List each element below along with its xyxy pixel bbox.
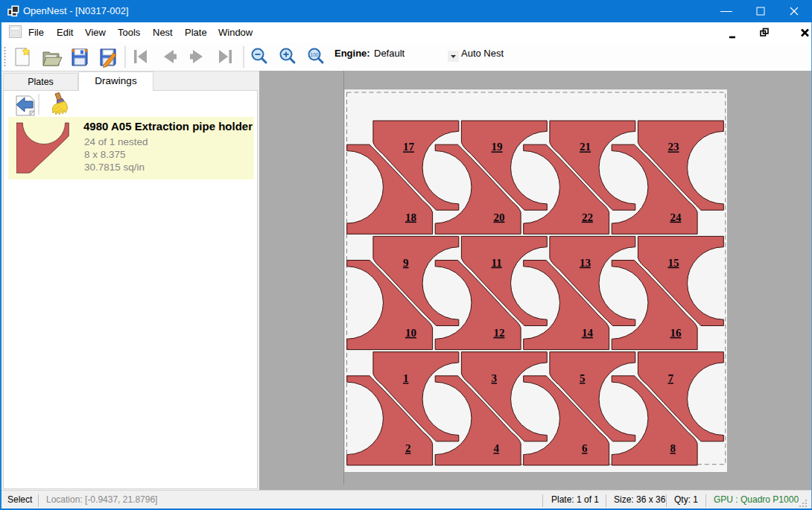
svg-text:20: 20 (493, 211, 504, 223)
svg-text:7: 7 (668, 372, 674, 384)
svg-text:Default: Default (374, 48, 405, 59)
svg-text:18: 18 (405, 211, 416, 223)
svg-text:19: 19 (492, 141, 503, 153)
svg-text:11: 11 (492, 257, 502, 269)
svg-text:21: 21 (580, 141, 591, 153)
svg-text:12: 12 (493, 327, 504, 339)
svg-text:3: 3 (492, 372, 498, 384)
svg-text:6: 6 (582, 442, 588, 454)
svg-text:2: 2 (405, 442, 411, 454)
svg-text:Auto Nest: Auto Nest (461, 48, 504, 59)
svg-text:9: 9 (403, 257, 409, 269)
svg-text:5: 5 (580, 372, 586, 384)
svg-text:13: 13 (580, 257, 591, 269)
svg-text:16: 16 (670, 327, 682, 339)
svg-text:Engine:: Engine: (334, 48, 370, 59)
svg-text:14: 14 (582, 327, 594, 339)
svg-text:23: 23 (668, 141, 679, 153)
svg-text:8: 8 (670, 442, 676, 454)
svg-text:17: 17 (403, 141, 415, 153)
svg-text:100: 100 (311, 52, 319, 57)
svg-text:24: 24 (670, 211, 682, 223)
svg-text:22: 22 (582, 211, 593, 223)
svg-text:4: 4 (493, 442, 499, 454)
svg-text:15: 15 (668, 257, 679, 269)
svg-text:10: 10 (405, 327, 416, 339)
svg-text:1: 1 (403, 372, 409, 384)
